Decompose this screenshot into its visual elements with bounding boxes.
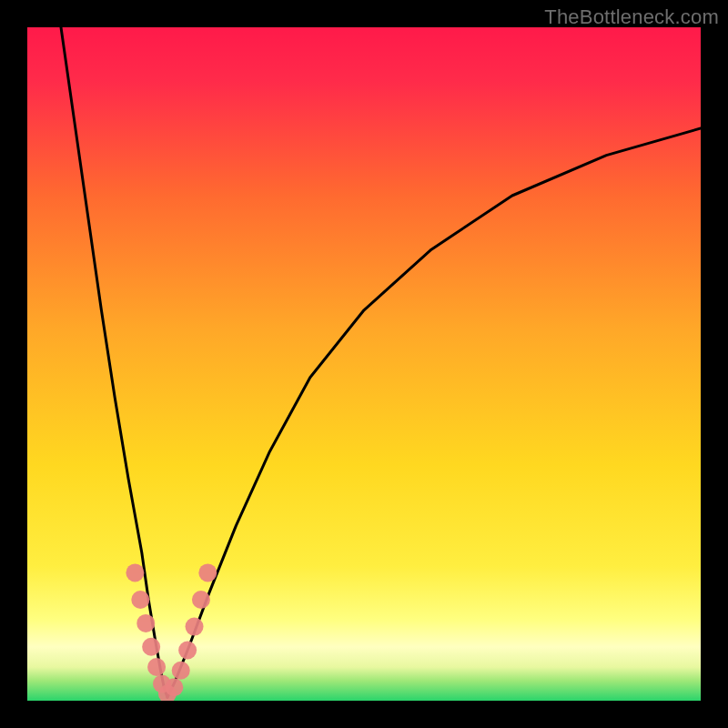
data-marker bbox=[172, 662, 190, 680]
watermark-text: TheBottleneck.com bbox=[544, 5, 719, 29]
data-marker bbox=[198, 563, 217, 581]
plot-svg bbox=[27, 27, 701, 701]
plot-area bbox=[27, 27, 701, 701]
data-marker bbox=[186, 618, 204, 636]
data-marker bbox=[192, 591, 210, 609]
data-marker bbox=[126, 563, 144, 581]
data-marker bbox=[142, 638, 160, 656]
data-marker bbox=[147, 658, 166, 676]
gradient-background bbox=[27, 27, 701, 701]
data-marker bbox=[165, 678, 183, 696]
chart-frame: TheBottleneck.com bbox=[0, 0, 728, 728]
data-marker bbox=[131, 591, 149, 609]
data-marker bbox=[178, 642, 197, 660]
data-marker bbox=[136, 614, 155, 632]
